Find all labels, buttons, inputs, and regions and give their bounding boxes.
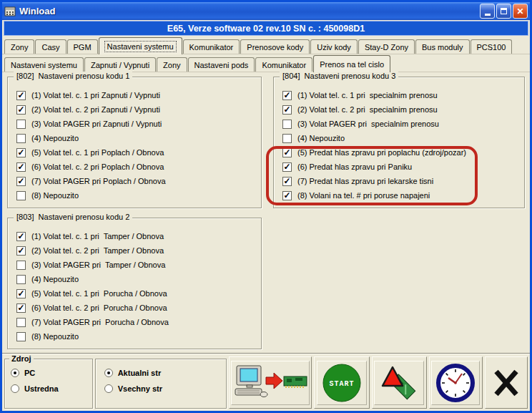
checkbox-label: (4) Nepouzito xyxy=(297,134,345,142)
tab-pcs100[interactable]: PCS100 xyxy=(471,39,513,54)
tab-nastaveni-systemu[interactable]: Nastaveni systemu xyxy=(4,57,84,72)
tab-komunikator[interactable]: Komunikator xyxy=(255,57,312,72)
tab-label: Nastaveni pods xyxy=(194,61,249,69)
option-803-7[interactable]: (7) Volat PAGER pri Porucha / Obnova xyxy=(16,315,261,329)
zdroj-option-ustredna[interactable]: Ustredna xyxy=(11,384,92,393)
option-804-5[interactable]: ✓(5) Predat hlas zpravu pri poplachu (zd… xyxy=(282,145,524,160)
option-804-7[interactable]: ✓(7) Predat hlas zpravu pri lekarske tis… xyxy=(282,174,524,188)
scope-radios: Aktualni strVsechny str xyxy=(96,359,226,393)
window-controls: ✕ xyxy=(480,4,528,19)
option-802-5[interactable]: ✓(5) Volat tel. c. 1 pri Poplach / Obnov… xyxy=(16,145,261,160)
checkbox-checked-icon: ✓ xyxy=(16,246,26,256)
scope-option-aktualni-str[interactable]: Aktualni str xyxy=(104,369,226,377)
transfer-cell xyxy=(229,356,312,409)
clock-icon xyxy=(435,363,476,403)
option-804-3[interactable]: (3) Volat PAGER pri specialnim prenosu xyxy=(282,117,524,131)
titlebar[interactable]: Winload ✕ xyxy=(2,2,530,20)
group-802-rows: ✓(1) Volat tel. c. 1 pri Zapnuti / Vypnu… xyxy=(8,77,261,203)
option-804-1[interactable]: ✓(1) Volat tel. c. 1 pri specialnim pren… xyxy=(282,88,524,102)
option-802-6[interactable]: ✓(6) Volat tel. c. 2 pri Poplach / Obnov… xyxy=(16,160,261,174)
scope-option-vsechny-str[interactable]: Vsechny str xyxy=(104,384,226,393)
checkbox-unchecked-icon xyxy=(282,134,292,143)
group-803: [803] Nastaveni prenosu kodu 2 ✓(1) Vola… xyxy=(7,218,262,349)
radio-selected-icon xyxy=(11,369,19,377)
checkbox-label: (5) Volat tel. c. 1 pri Poplach / Obnova xyxy=(31,148,164,157)
checkbox-label: (1) Volat tel. c. 1 pri Tamper / Obnova xyxy=(31,232,164,240)
checkbox-unchecked-icon xyxy=(16,191,26,200)
option-803-3[interactable]: (3) Volat PAGER pri Tamper / Obnova xyxy=(16,258,261,272)
option-803-1[interactable]: ✓(1) Volat tel. c. 1 pri Tamper / Obnova xyxy=(16,229,261,243)
checkbox-unchecked-icon xyxy=(16,261,26,270)
tab-bus-moduly[interactable]: Bus moduly xyxy=(415,39,469,54)
winload-window: Winload ✕ E65, Verze software 02 rev.10 … xyxy=(0,0,532,413)
option-804-8[interactable]: ✓(8) Volani na tel. # pri poruse napajen… xyxy=(282,188,524,203)
tab-label: Zony xyxy=(11,43,28,52)
checkbox-checked-icon: ✓ xyxy=(282,191,292,200)
checkbox-checked-icon: ✓ xyxy=(282,148,292,157)
content-area: [802] Nastaveni prenosu kodu 1 ✓(1) Vola… xyxy=(2,72,530,354)
tab-prenosove-kody[interactable]: Prenosove kody xyxy=(240,39,310,54)
checkbox-checked-icon: ✓ xyxy=(16,105,26,115)
option-803-4[interactable]: (4) Nepouzito xyxy=(16,272,261,286)
option-804-6[interactable]: ✓(6) Predat hlas zpravu pri Paniku xyxy=(282,160,524,174)
checkbox-unchecked-icon xyxy=(16,134,26,143)
checkbox-label: (8) Nepouzito xyxy=(31,191,79,200)
group-804-rows: ✓(1) Volat tel. c. 1 pri specialnim pren… xyxy=(274,77,524,203)
tab-zony[interactable]: Zony xyxy=(4,39,34,54)
checkbox-checked-icon: ✓ xyxy=(16,303,26,313)
option-802-4[interactable]: (4) Nepouzito xyxy=(16,131,261,145)
option-802-1[interactable]: ✓(1) Volat tel. c. 1 pri Zapnuti / Vypnu… xyxy=(16,88,261,102)
option-803-5[interactable]: ✓(5) Volat tel. c. 1 pri Porucha / Obnov… xyxy=(16,286,261,301)
option-802-7[interactable]: ✓(7) Volat PAGER pri Poplach / Obnova xyxy=(16,174,261,188)
group-803-rows: ✓(1) Volat tel. c. 1 pri Tamper / Obnova… xyxy=(8,218,261,344)
checkbox-label: (5) Predat hlas zpravu pri poplachu (zdr… xyxy=(297,148,466,157)
option-802-3[interactable]: (3) Volat PAGER pri Zapnuti / Vypnuti xyxy=(16,117,261,131)
minimize-button[interactable] xyxy=(480,4,495,19)
radio-label: PC xyxy=(24,369,35,377)
tab-zony[interactable]: Zony xyxy=(157,57,187,72)
start-button[interactable]: START xyxy=(317,361,367,405)
transfer-pc-to-panel-button[interactable] xyxy=(231,361,310,405)
zdroj-radios: PCUstredna xyxy=(5,359,92,393)
zdroj-option-pc[interactable]: PC xyxy=(11,369,92,377)
group-804-caption: [804] Nastaveni prenosu kodu 3 xyxy=(280,72,398,80)
tab-casy[interactable]: Casy xyxy=(35,39,66,54)
checkbox-label: (1) Volat tel. c. 1 pri Zapnuti / Vypnut… xyxy=(31,91,160,99)
option-803-2[interactable]: ✓(2) Volat tel. c. 2 pri Tamper / Obnova xyxy=(16,243,261,258)
option-804-4[interactable]: (4) Nepouzito xyxy=(282,131,524,145)
option-803-6[interactable]: ✓(6) Volat tel. c. 2 pri Porucha / Obnov… xyxy=(16,301,261,315)
panel-info-banner: E65, Verze software 02 rev.10 SN c. : 45… xyxy=(4,21,528,36)
option-802-2[interactable]: ✓(2) Volat tel. c. 2 pri Zapnuti / Vypnu… xyxy=(16,102,261,117)
option-803-8[interactable]: (8) Nepouzito xyxy=(16,329,261,344)
tab-nastaveni-pods[interactable]: Nastaveni pods xyxy=(188,57,255,72)
tab-nastaveni-systemu[interactable]: Nastaveni systemu xyxy=(99,37,182,54)
checkbox-label: (4) Nepouzito xyxy=(31,134,79,142)
checkbox-label: (8) Volani na tel. # pri poruse napajeni xyxy=(297,191,430,200)
tab-uziv-kody[interactable]: Uziv kody xyxy=(310,39,358,54)
close-cell xyxy=(485,356,528,409)
tab-label: Prenos na tel cislo xyxy=(320,60,384,69)
checkbox-checked-icon: ✓ xyxy=(16,91,26,100)
winload-app-icon xyxy=(4,6,16,17)
option-802-8[interactable]: (8) Nepouzito xyxy=(16,188,261,203)
tab-prenos-na-tel-cislo[interactable]: Prenos na tel cislo xyxy=(313,55,390,72)
tab-label: Uziv kody xyxy=(317,43,351,52)
option-804-2[interactable]: ✓(2) Volat tel. c. 2 pri specialnim pren… xyxy=(282,102,524,117)
maximize-button[interactable] xyxy=(496,4,511,19)
tab-pgm[interactable]: PGM xyxy=(67,39,98,54)
svg-text:START: START xyxy=(330,380,355,388)
exit-button[interactable] xyxy=(486,361,527,405)
tab-zapnuti-vypnuti[interactable]: Zapnuti / Vypnuti xyxy=(84,57,156,72)
checkbox-label: (5) Volat tel. c. 1 pri Porucha / Obnova xyxy=(31,289,167,298)
close-button[interactable]: ✕ xyxy=(513,4,528,19)
tab-label: Zony xyxy=(163,61,180,69)
checkbox-label: (6) Volat tel. c. 2 pri Poplach / Obnova xyxy=(31,162,164,171)
tab-stay-d-zony[interactable]: Stay-D Zony xyxy=(358,39,415,54)
tab-label: Bus moduly xyxy=(422,43,463,52)
checkbox-label: (2) Volat tel. c. 2 pri Tamper / Obnova xyxy=(31,246,164,255)
tab-komunikator[interactable]: Komunikator xyxy=(183,39,240,54)
zdroj-caption: Zdroj xyxy=(9,354,34,363)
clock-button[interactable] xyxy=(431,361,480,405)
checkbox-label: (7) Predat hlas zpravu pri lekarske tisn… xyxy=(297,177,433,185)
panel-events-button[interactable] xyxy=(374,361,424,405)
